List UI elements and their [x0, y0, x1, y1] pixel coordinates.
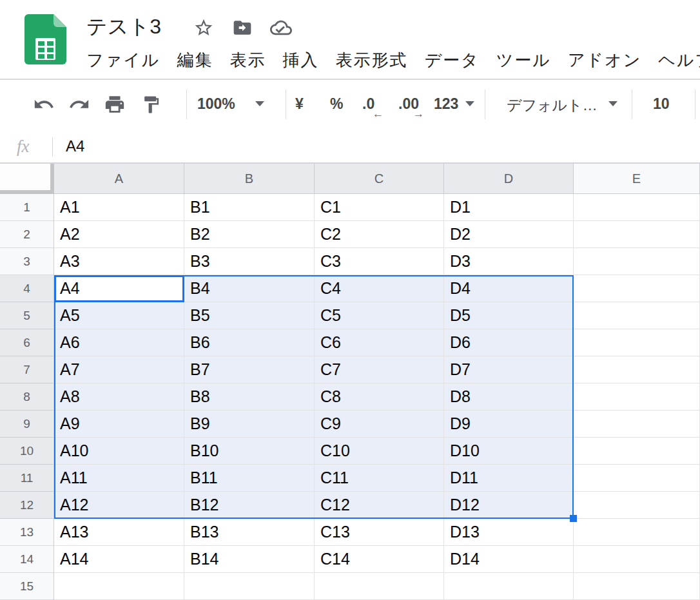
cell-C6[interactable]: C6 — [315, 329, 444, 356]
cell-B6[interactable]: B6 — [184, 329, 315, 356]
cell-E15[interactable] — [574, 573, 700, 600]
cell-B5[interactable]: B5 — [184, 302, 315, 329]
cell-C11[interactable]: C11 — [315, 465, 444, 492]
row-header-10[interactable]: 10 — [0, 438, 54, 465]
menu-item-addons[interactable]: アドオン — [568, 49, 641, 72]
row-header-7[interactable]: 7 — [0, 356, 54, 383]
cell-C1[interactable]: C1 — [315, 194, 444, 221]
redo-button[interactable] — [68, 93, 91, 116]
cell-A14[interactable]: A14 — [54, 546, 184, 573]
cell-A8[interactable]: A8 — [54, 383, 184, 411]
undo-button[interactable] — [32, 93, 55, 116]
row-header-15[interactable]: 15 — [0, 573, 54, 600]
cell-A6[interactable]: A6 — [54, 329, 184, 356]
cell-C8[interactable]: C8 — [315, 383, 444, 411]
row-header-6[interactable]: 6 — [0, 329, 54, 356]
cell-B7[interactable]: B7 — [184, 356, 315, 383]
cell-A9[interactable]: A9 — [54, 411, 184, 438]
cell-D15[interactable] — [444, 573, 574, 600]
cell-C9[interactable]: C9 — [315, 411, 444, 438]
cell-B4[interactable]: B4 — [184, 275, 315, 302]
cell-E6[interactable] — [574, 329, 700, 356]
row-header-1[interactable]: 1 — [0, 194, 54, 221]
row-header-9[interactable]: 9 — [0, 411, 54, 438]
row-header-3[interactable]: 3 — [0, 248, 54, 275]
sheets-logo-icon[interactable] — [24, 14, 66, 67]
cell-D6[interactable]: D6 — [444, 329, 574, 356]
cell-C2[interactable]: C2 — [315, 221, 444, 248]
cell-C4[interactable]: C4 — [315, 275, 444, 302]
cell-A7[interactable]: A7 — [54, 356, 184, 383]
cell-A11[interactable]: A11 — [54, 465, 184, 492]
cell-E13[interactable] — [574, 519, 700, 546]
cell-D5[interactable]: D5 — [444, 302, 574, 329]
cell-C3[interactable]: C3 — [315, 248, 444, 275]
cell-E4[interactable] — [574, 275, 700, 302]
row-header-4[interactable]: 4 — [0, 275, 54, 302]
cell-C7[interactable]: C7 — [315, 356, 444, 383]
menu-item-data[interactable]: データ — [424, 49, 479, 72]
cell-C14[interactable]: C14 — [315, 546, 444, 573]
move-folder-icon[interactable] — [231, 16, 254, 39]
column-header-B[interactable]: B — [184, 164, 315, 194]
cell-D13[interactable]: D13 — [444, 519, 574, 546]
number-format-caret-icon[interactable] — [465, 101, 474, 106]
cell-B8[interactable]: B8 — [184, 383, 315, 411]
menu-item-format[interactable]: 表示形式 — [335, 49, 407, 72]
column-header-D[interactable]: D — [444, 164, 574, 194]
cell-A1[interactable]: A1 — [54, 194, 184, 221]
cell-E1[interactable] — [574, 194, 700, 221]
cell-D1[interactable]: D1 — [444, 194, 574, 221]
menu-item-view[interactable]: 表示 — [229, 49, 266, 72]
star-icon[interactable] — [192, 16, 215, 39]
document-title[interactable]: テスト3 — [86, 13, 161, 41]
cell-B2[interactable]: B2 — [184, 221, 315, 248]
cell-A12[interactable]: A12 — [54, 492, 184, 519]
menu-item-file[interactable]: ファイル — [86, 49, 160, 72]
row-header-14[interactable]: 14 — [0, 546, 54, 573]
cell-A5[interactable]: A5 — [54, 302, 184, 329]
menu-item-insert[interactable]: 挿入 — [282, 49, 318, 72]
cell-A3[interactable]: A3 — [54, 248, 184, 275]
row-header-5[interactable]: 5 — [0, 302, 54, 329]
cell-D4[interactable]: D4 — [444, 275, 574, 302]
cell-C13[interactable]: C13 — [315, 519, 444, 546]
percent-format-button[interactable]: % — [330, 95, 343, 113]
select-all-corner[interactable] — [0, 164, 54, 194]
currency-format-button[interactable]: ¥ — [295, 95, 304, 113]
column-header-C[interactable]: C — [315, 164, 444, 194]
cell-E3[interactable] — [574, 248, 700, 275]
number-format-button[interactable]: 123 — [434, 95, 458, 113]
cell-D12[interactable]: D12 — [444, 492, 574, 519]
cell-D8[interactable]: D8 — [444, 383, 574, 411]
cell-D2[interactable]: D2 — [444, 221, 574, 248]
cell-E10[interactable] — [574, 438, 700, 465]
cell-A4[interactable]: A4 — [54, 275, 184, 302]
row-header-12[interactable]: 12 — [0, 492, 54, 519]
cell-E5[interactable] — [574, 302, 700, 329]
print-button[interactable] — [103, 93, 126, 116]
cell-D9[interactable]: D9 — [444, 411, 574, 438]
cell-D10[interactable]: D10 — [444, 438, 574, 465]
cell-D11[interactable]: D11 — [444, 465, 574, 492]
cell-B12[interactable]: B12 — [184, 492, 315, 519]
menu-item-edit[interactable]: 編集 — [177, 49, 213, 72]
menu-item-tools[interactable]: ツール — [496, 49, 551, 72]
cell-C12[interactable]: C12 — [315, 492, 444, 519]
cell-C15[interactable] — [315, 573, 444, 600]
row-header-13[interactable]: 13 — [0, 519, 54, 546]
row-header-11[interactable]: 11 — [0, 465, 54, 492]
zoom-caret-icon[interactable] — [255, 101, 264, 106]
font-select[interactable]: デフォルト… — [507, 95, 598, 115]
cell-B3[interactable]: B3 — [184, 248, 315, 275]
cell-E12[interactable] — [574, 492, 700, 519]
paint-format-button[interactable] — [139, 93, 162, 116]
cell-B11[interactable]: B11 — [184, 465, 315, 492]
cell-B1[interactable]: B1 — [184, 194, 315, 221]
cell-A13[interactable]: A13 — [54, 519, 184, 546]
cell-E2[interactable] — [574, 221, 700, 248]
fill-handle[interactable] — [570, 515, 577, 522]
cell-D14[interactable]: D14 — [444, 546, 574, 573]
font-size-select[interactable]: 10 — [653, 95, 670, 113]
cell-E14[interactable] — [574, 546, 700, 573]
